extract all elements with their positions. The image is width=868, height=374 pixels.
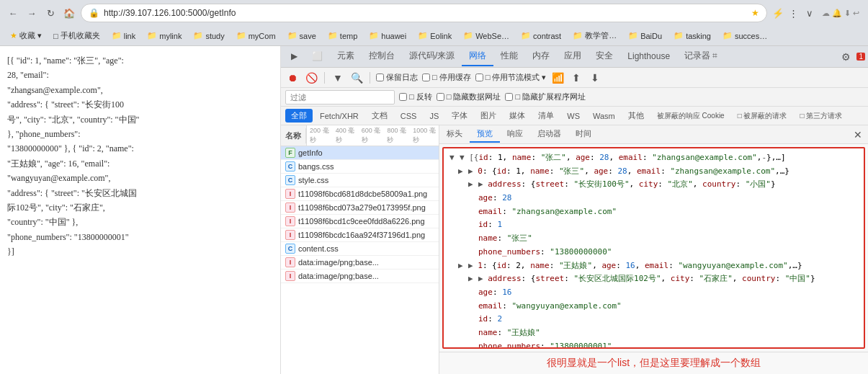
- bookmark-tasking[interactable]: 📁 tasking: [669, 30, 715, 42]
- type-tab-other[interactable]: 其他: [622, 109, 650, 123]
- more-btn[interactable]: ⋮: [787, 6, 800, 19]
- bookmark-save[interactable]: 📁 save: [283, 30, 321, 42]
- bookmark-eolink[interactable]: 📁 Eolink: [413, 30, 456, 42]
- tab-recorder[interactable]: 记录器 ⌗: [677, 47, 725, 66]
- tab-icon2[interactable]: ⬜: [305, 48, 330, 66]
- tab-headers[interactable]: 标头: [439, 126, 470, 143]
- hide-ext-checkbox[interactable]: □ 隐藏扩展程序网址: [505, 92, 586, 102]
- type-tab-font[interactable]: 字体: [446, 109, 473, 123]
- throttle-input[interactable]: [475, 74, 483, 81]
- back-button[interactable]: ←: [6, 6, 20, 20]
- type-tab-doc[interactable]: 文档: [366, 109, 393, 123]
- json-line[interactable]: email: "zhangsan@example.com": [444, 205, 864, 219]
- list-item[interactable]: I data:image/png;base...: [281, 256, 439, 270]
- tab-timing[interactable]: 时间: [568, 126, 599, 143]
- tab-initiator[interactable]: 启动器: [530, 126, 568, 143]
- tab-response[interactable]: 响应: [500, 126, 530, 143]
- disable-cache-input[interactable]: [422, 74, 430, 81]
- tab-lighthouse[interactable]: Lighthouse: [620, 48, 677, 66]
- toggle-icon[interactable]: ▼: [449, 151, 460, 165]
- forward-button[interactable]: →: [24, 6, 39, 20]
- filter-input[interactable]: [285, 90, 395, 104]
- detail-close-button[interactable]: ✕: [848, 129, 868, 141]
- bookmark-mobile[interactable]: □ 手机收藏夹: [49, 29, 104, 43]
- invert-input[interactable]: [399, 93, 407, 101]
- clear-button[interactable]: 🚫: [304, 71, 318, 85]
- json-line[interactable]: ▶ ▶ 0: {id: 1, name: "张三", age: 28, emai…: [444, 165, 864, 179]
- type-tab-blocked-cookie[interactable]: 被屏蔽的响应 Cookie: [651, 110, 730, 123]
- type-tab-media[interactable]: 媒体: [504, 109, 531, 123]
- toggle-icon[interactable]: ▶: [468, 272, 478, 286]
- list-item[interactable]: F getInfo: [281, 146, 439, 160]
- type-tab-img[interactable]: 图片: [475, 109, 502, 123]
- type-tab-all[interactable]: 全部: [285, 109, 313, 123]
- tab-performance[interactable]: 性能: [493, 47, 525, 66]
- tab-elements[interactable]: 元素: [330, 47, 362, 66]
- type-tab-ws[interactable]: WS: [561, 110, 586, 122]
- tab-console[interactable]: 控制台: [362, 47, 402, 66]
- list-item[interactable]: I t11098f6bcd681d8dcbe58009a1.png: [281, 187, 439, 201]
- bookmark-jiaoxue[interactable]: 📁 教学管…: [568, 29, 621, 43]
- list-item[interactable]: C content.css: [281, 242, 439, 256]
- bookmark-manage[interactable]: ★ 收藏 ▾: [6, 29, 46, 43]
- hide-data-urls-input[interactable]: [437, 93, 444, 101]
- list-item[interactable]: I t11098f6bcd073a279e0173995f.png: [281, 201, 439, 215]
- tab-memory[interactable]: 内存: [525, 47, 557, 66]
- json-line[interactable]: age: 16: [444, 286, 864, 300]
- type-tab-fetch[interactable]: Fetch/XHR: [314, 110, 364, 122]
- expand-btn[interactable]: ∨: [803, 6, 816, 19]
- invert-checkbox[interactable]: □ 反转: [399, 92, 432, 102]
- list-item[interactable]: I data:image/png;base...: [281, 270, 439, 283]
- tab-preview[interactable]: 预览: [470, 126, 500, 143]
- bookmark-baidu[interactable]: 📁 BaiDu: [624, 30, 666, 42]
- address-bar[interactable]: 🔒 http://39.107.126.100:5000/getInfo ★: [81, 4, 767, 22]
- json-line[interactable]: name: "张三": [444, 232, 864, 246]
- list-item[interactable]: C style.css: [281, 174, 439, 187]
- download-button[interactable]: ⬇: [588, 71, 602, 85]
- type-tab-js[interactable]: JS: [424, 110, 444, 122]
- search-button[interactable]: 🔍: [349, 71, 364, 85]
- type-tab-css[interactable]: CSS: [395, 110, 423, 122]
- type-tab-wasm[interactable]: Wasm: [587, 110, 621, 122]
- json-line[interactable]: email: "wangyuyan@example.com": [444, 300, 864, 313]
- bookmark-success[interactable]: 📁 succes…: [718, 30, 771, 42]
- hide-data-urls-checkbox[interactable]: □ 隐藏数据网址: [437, 92, 501, 102]
- json-line[interactable]: age: 28: [444, 192, 864, 205]
- json-line[interactable]: phone_numbers: "13800000001": [444, 340, 864, 347]
- extensions-btn[interactable]: ⚡: [771, 6, 784, 19]
- bookmark-mycom[interactable]: 📁 myCom: [232, 30, 280, 42]
- type-tab-blocked[interactable]: □ 被屏蔽的请求: [732, 110, 793, 123]
- toggle-icon[interactable]: ▶: [458, 165, 468, 179]
- tab-application[interactable]: 应用: [557, 47, 589, 66]
- filter-button[interactable]: ▼: [331, 71, 345, 85]
- toggle-icon[interactable]: ▶: [458, 259, 468, 273]
- list-item[interactable]: I t11098f6bcdc16aa924f37196d1.png: [281, 228, 439, 242]
- settings-button[interactable]: ⚙: [837, 51, 855, 63]
- bookmark-contrast[interactable]: 📁 contrast: [516, 30, 565, 42]
- bookmark-temp[interactable]: 📁 temp: [323, 30, 362, 42]
- tab-sources[interactable]: 源代码/来源: [402, 47, 462, 66]
- list-item[interactable]: C bangs.css: [281, 160, 439, 174]
- json-line[interactable]: ▼ ▼ [{id: 1, name: "张二", age: 28, email:…: [444, 151, 864, 165]
- type-tab-manifest[interactable]: 清单: [532, 109, 560, 123]
- json-line[interactable]: ▶ ▶ address: {street: "长安街100号", city: "…: [444, 178, 864, 192]
- bookmark-link[interactable]: 📁 link: [107, 30, 140, 42]
- json-line[interactable]: ▶ ▶ 1: {id: 2, name: "王姑娘", age: 16, ema…: [444, 259, 864, 273]
- record-button[interactable]: ⏺: [285, 71, 300, 85]
- json-line[interactable]: phone_numbers: "13800000000": [444, 246, 864, 259]
- json-line[interactable]: ▶ ▶ address: {street: "长安区北城国际102号", cit…: [444, 272, 864, 286]
- bookmark-webse[interactable]: 📁 WebSe…: [459, 30, 514, 42]
- toggle-icon[interactable]: ▶: [468, 178, 478, 192]
- hide-ext-input[interactable]: [505, 93, 513, 101]
- upload-button[interactable]: ⬆: [569, 71, 583, 85]
- preserve-log-input[interactable]: [376, 74, 384, 81]
- type-tab-third-party[interactable]: □ 第三方请求: [795, 110, 849, 123]
- tab-security[interactable]: 安全: [589, 47, 620, 66]
- json-line[interactable]: id: 2: [444, 313, 864, 326]
- tab-inspect[interactable]: ▶: [284, 48, 305, 66]
- preserve-log-checkbox[interactable]: 保留日志: [376, 72, 418, 83]
- throttle-checkbox[interactable]: □ 停用节流模式 ▾: [475, 72, 547, 83]
- bookmark-study[interactable]: 📁 study: [189, 30, 228, 42]
- list-item[interactable]: I t11098f6bcd1c9cee0fdd8a6226.png: [281, 215, 439, 228]
- json-line[interactable]: id: 1: [444, 218, 864, 232]
